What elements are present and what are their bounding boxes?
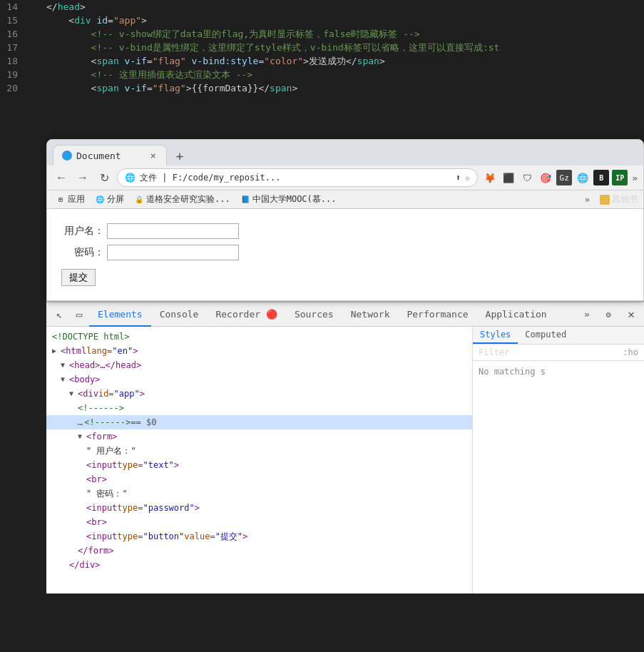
ellipsis-icon: …	[78, 416, 83, 429]
tab-performance[interactable]: Performance	[398, 303, 476, 327]
line-numbers: 14151617181920	[0, 0, 46, 139]
tab-favicon: 🌐	[62, 151, 72, 161]
tab-application[interactable]: Application	[477, 303, 556, 327]
dom-line[interactable]: </form>	[46, 544, 472, 558]
dom-line[interactable]: " 用户名："	[46, 444, 472, 458]
bookmark-mooc-label: 中国大学MOOC(慕...	[252, 193, 337, 205]
tab-sources[interactable]: Sources	[286, 303, 342, 327]
styles-tab-styles[interactable]: Styles	[473, 327, 518, 344]
devtools-settings-icon[interactable]: ⚙	[598, 305, 618, 325]
devtools-pointer-icon[interactable]: ↖	[49, 305, 69, 325]
extension-icon-4: Gz	[556, 170, 572, 185]
extension-icon-1: ⬛	[501, 170, 516, 185]
browser-toolbar: ← → ↻ 🌐 文件 | F:/code/my_reposit... ⬆ ☆ 🦊…	[47, 165, 643, 190]
browser-tab[interactable]: 🌐 Document ×	[53, 145, 167, 165]
password-row: 密码：	[61, 245, 629, 260]
refresh-button[interactable]: ↻	[96, 169, 113, 186]
bookmark-mooc[interactable]: 📘 中国大学MOOC(慕...	[237, 192, 339, 207]
address-favicon: 🌐	[125, 173, 136, 183]
filter-hint: :ho	[623, 347, 638, 357]
submit-row: 提交	[61, 266, 629, 286]
dom-line[interactable]: ▼ <form>	[46, 429, 472, 444]
dom-line[interactable]: ▶ <html lang= "en" >	[46, 344, 472, 358]
bookmark-split[interactable]: 🌐 分屏	[92, 192, 127, 207]
bookmark-security[interactable]: 🔒 道格安全研究实验...	[131, 192, 233, 207]
dom-line[interactable]: <input type= "password" >	[46, 501, 472, 515]
code-content: </head> <div id="app"> <!-- v-show绑定了dat…	[46, 0, 644, 139]
security-icon: 🔒	[134, 195, 144, 205]
styles-filter-bar[interactable]: Filter :ho	[473, 345, 644, 361]
dom-line[interactable]: <br>	[46, 515, 472, 529]
username-label: 用户名：	[61, 225, 104, 238]
triangle-icon: ▶	[52, 345, 61, 357]
new-tab-button[interactable]: +	[170, 146, 190, 165]
extension-icon-3: 🎯	[538, 170, 553, 185]
password-input[interactable]	[107, 245, 239, 260]
devtools-tab-bar: ↖ ▭ Elements Console Recorder 🔴 Sources …	[46, 302, 644, 327]
dom-line[interactable]: " 密码："	[46, 487, 472, 501]
tab-recorder[interactable]: Recorder 🔴	[207, 303, 285, 327]
tab-close-button[interactable]: ×	[149, 150, 158, 161]
devtools-extra-icons: ⚙ ✕	[598, 305, 641, 325]
tab-network[interactable]: Network	[342, 303, 399, 327]
username-input[interactable]	[107, 223, 239, 239]
dom-panel[interactable]: <!DOCTYPE html> ▶ <html lang= "en" > ▼ <…	[46, 327, 473, 594]
styles-content: No matching s	[473, 361, 644, 594]
code-editor: 14151617181920 </head> <div id="app"> <!…	[0, 0, 644, 139]
dom-line[interactable]: </div>	[46, 558, 472, 572]
extension-icon-2: 🛡	[519, 170, 535, 185]
other-bookmarks-icon	[600, 195, 610, 205]
tab-elements[interactable]: Elements	[89, 303, 151, 327]
browser-tab-bar: 🌐 Document × +	[47, 140, 643, 165]
dom-line[interactable]: <!------>	[46, 401, 472, 415]
submit-button[interactable]: 提交	[61, 269, 96, 286]
bookmark-apps[interactable]: ⊞ 应用	[53, 192, 88, 207]
tab-console[interactable]: Console	[151, 303, 208, 327]
back-button[interactable]: ←	[53, 169, 70, 186]
browser-content: 用户名： 密码： 提交	[47, 209, 643, 300]
mooc-icon: 📘	[240, 195, 250, 205]
username-row: 用户名：	[61, 223, 629, 239]
tab-label: Document	[76, 151, 121, 161]
styles-panel: Styles Computed Filter :ho No matching s	[473, 327, 644, 594]
star-icon: ☆	[465, 173, 470, 183]
styles-tab-bar: Styles Computed	[473, 327, 644, 345]
triangle-icon: ▼	[78, 430, 86, 443]
share-icon: ⬆	[456, 173, 461, 183]
dom-line[interactable]: <input type= "text" >	[46, 458, 472, 472]
devtools-close-icon[interactable]: ✕	[621, 305, 641, 325]
browser-window: 🌐 Document × + ← → ↻ 🌐 文件 | F:/code/my_r…	[46, 139, 644, 301]
devtools-more-tabs[interactable]: »	[578, 306, 596, 323]
address-text: 文件 | F:/code/my_reposit...	[140, 172, 451, 184]
more-toolbar-items: »	[632, 173, 638, 183]
forward-button[interactable]: →	[74, 169, 91, 186]
dom-line[interactable]: ▼ <div id= "app" >	[46, 387, 472, 401]
filter-label: Filter	[479, 347, 509, 357]
devtools-inspect-icon[interactable]: ▭	[69, 305, 89, 325]
address-bar[interactable]: 🌐 文件 | F:/code/my_reposit... ⬆ ☆	[117, 168, 478, 187]
dom-line-selected[interactable]: … <!------> == $0	[46, 415, 472, 429]
triangle-icon: ▼	[61, 359, 69, 372]
other-bookmarks[interactable]: 其他书	[600, 193, 638, 205]
triangle-icon: ▼	[61, 373, 69, 386]
other-bookmarks-label: 其他书	[612, 193, 638, 205]
bookmarks-more-button[interactable]: »	[585, 195, 590, 205]
dom-line[interactable]: <br>	[46, 472, 472, 487]
dom-line[interactable]: ▼ <head>…</head>	[46, 358, 472, 372]
toolbar-icons: 🦊 ⬛ 🛡 🎯 Gz 🌐 B IP »	[482, 170, 638, 185]
split-icon: 🌐	[95, 195, 105, 205]
password-label: 密码：	[61, 246, 104, 259]
devtools-body: <!DOCTYPE html> ▶ <html lang= "en" > ▼ <…	[46, 327, 644, 594]
doctype-text: <!DOCTYPE html>	[52, 330, 129, 343]
styles-tab-computed[interactable]: Computed	[518, 327, 573, 344]
filter-input[interactable]	[512, 347, 620, 357]
dom-line[interactable]: <input type= "button" value= "提交" >	[46, 529, 472, 544]
dom-line[interactable]: <!DOCTYPE html>	[46, 330, 472, 344]
bookmarks-bar: ⊞ 应用 🌐 分屏 🔒 道格安全研究实验... 📘 中国大学MOOC(慕... …	[47, 190, 643, 209]
html-tag: <html	[61, 345, 86, 357]
bookmark-apps-label: 应用	[68, 193, 85, 205]
bookmark-split-label: 分屏	[107, 193, 124, 205]
bookmark-security-label: 道格安全研究实验...	[146, 193, 230, 205]
extension-icon-5: 🌐	[575, 170, 591, 185]
dom-line[interactable]: ▼ <body>	[46, 372, 472, 387]
